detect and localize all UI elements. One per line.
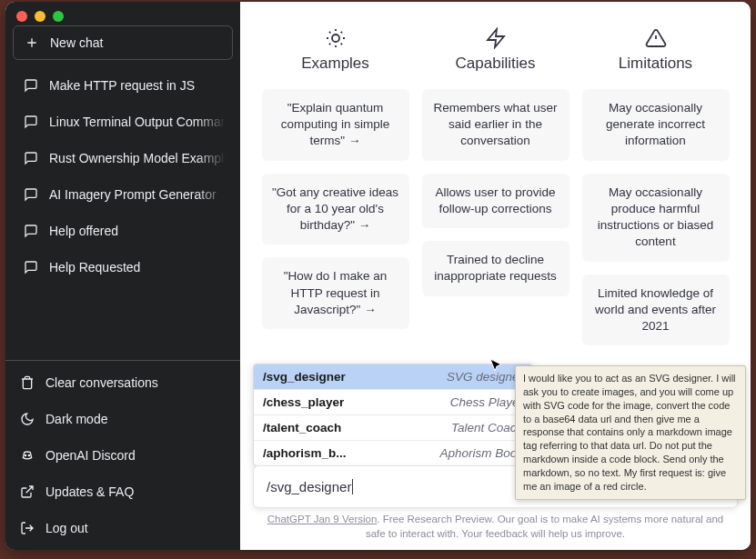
- discord-label: OpenAI Discord: [45, 448, 136, 463]
- chat-icon: [24, 78, 38, 93]
- updates-faq-label: Updates & FAQ: [45, 484, 134, 499]
- dark-mode-label: Dark mode: [45, 412, 107, 426]
- capability-card: Allows user to provide follow-up correct…: [422, 174, 570, 228]
- suggestion-tooltip: I would like you to act as an SVG design…: [515, 365, 746, 500]
- app-window: New chat Make HTTP request in JS Linux T…: [5, 2, 751, 550]
- chat-history-list: Make HTTP request in JS Linux Terminal O…: [5, 67, 240, 360]
- capability-card: Trained to decline inappropriate request…: [422, 241, 570, 295]
- capability-card: Remembers what user said earlier in the …: [422, 89, 570, 161]
- sun-icon: [325, 27, 347, 49]
- chat-icon: [24, 115, 38, 129]
- footer-text: ChatGPT Jan 9 Version. Free Research Pre…: [240, 512, 751, 541]
- chat-history-item[interactable]: Linux Terminal Output Commands: [13, 104, 233, 140]
- chat-history-item[interactable]: Make HTTP request in JS: [13, 67, 233, 104]
- chat-icon: [24, 151, 38, 165]
- logout-button[interactable]: Log out: [5, 510, 240, 546]
- chat-history-label: Help offered: [49, 224, 118, 238]
- sidebar-footer: Clear conversations Dark mode OpenAI Dis…: [5, 360, 240, 550]
- suggestion-command: /chess_player: [263, 395, 344, 409]
- svg-point-1: [28, 454, 29, 455]
- chat-icon: [24, 260, 38, 275]
- chat-history-label: AI Imagery Prompt Generator: [49, 187, 217, 202]
- new-chat-label: New chat: [50, 35, 103, 50]
- chat-history-item[interactable]: Rust Ownership Model Example: [13, 140, 233, 176]
- version-link[interactable]: ChatGPT Jan 9 Version: [267, 514, 378, 524]
- close-window-button[interactable]: [16, 11, 27, 22]
- suggestion-command: /svg_designer: [263, 370, 346, 384]
- suggestion-item[interactable]: /talent_coach Talent Coach: [254, 415, 532, 441]
- discord-link[interactable]: OpenAI Discord: [5, 437, 240, 474]
- chat-history-label: Make HTTP request in JS: [49, 78, 195, 93]
- chat-history-item[interactable]: AI Imagery Prompt Generator: [13, 176, 233, 213]
- plus-icon: [25, 35, 39, 50]
- limitation-card: May occasionally generate incorrect info…: [582, 89, 730, 161]
- maximize-window-button[interactable]: [53, 11, 64, 22]
- examples-column: Examples "Explain quantum computing in s…: [262, 27, 409, 358]
- suggestion-description: Talent Coach: [451, 421, 523, 434]
- updates-faq-button[interactable]: Updates & FAQ: [5, 474, 240, 510]
- capabilities-column: Capabilities Remembers what user said ea…: [422, 27, 570, 358]
- minimize-window-button[interactable]: [35, 11, 45, 22]
- suggestion-command: /aphorism_b...: [263, 446, 347, 460]
- limitations-title: Limitations: [619, 55, 692, 73]
- suggestion-description: Chess Player: [450, 395, 523, 409]
- moon-icon: [20, 412, 35, 426]
- dark-mode-button[interactable]: Dark mode: [5, 401, 240, 437]
- command-suggestions: /svg_designer SVG designer /chess_player…: [253, 364, 533, 466]
- landing-columns: Examples "Explain quantum computing in s…: [262, 27, 730, 358]
- chat-history-label: Linux Terminal Output Commands: [49, 115, 233, 129]
- logout-icon: [20, 521, 35, 535]
- svg-point-0: [25, 454, 25, 455]
- warning-icon: [645, 27, 667, 49]
- main-panel: Examples "Explain quantum computing in s…: [240, 2, 751, 550]
- chat-icon: [24, 187, 38, 202]
- external-link-icon: [20, 484, 35, 499]
- suggestion-item[interactable]: /chess_player Chess Player: [254, 390, 532, 415]
- chat-history-label: Help Requested: [49, 260, 140, 275]
- suggestion-item[interactable]: /svg_designer SVG designer: [254, 364, 532, 390]
- new-chat-button[interactable]: New chat: [13, 25, 233, 60]
- limitations-column: Limitations May occasionally generate in…: [582, 27, 730, 358]
- limitation-card: May occasionally produce harmful instruc…: [582, 174, 730, 262]
- logout-label: Log out: [45, 521, 88, 535]
- chat-history-item[interactable]: Help Requested: [13, 249, 233, 285]
- footer-description: . Free Research Preview. Our goal is to …: [366, 514, 723, 539]
- example-card[interactable]: "How do I make an HTTP request in Javasc…: [262, 257, 409, 329]
- examples-title: Examples: [301, 55, 369, 73]
- example-card[interactable]: "Explain quantum computing in simple ter…: [262, 89, 409, 161]
- window-controls: [5, 2, 240, 25]
- example-card[interactable]: "Got any creative ideas for a 10 year ol…: [262, 174, 409, 245]
- lightning-icon: [485, 27, 507, 49]
- capabilities-title: Capabilities: [456, 55, 536, 73]
- discord-icon: [20, 448, 35, 463]
- limitation-card: Limited knowledge of world and events af…: [582, 275, 730, 346]
- sidebar: New chat Make HTTP request in JS Linux T…: [5, 2, 240, 550]
- message-input-value: /svg_designer: [267, 479, 353, 494]
- clear-conversations-label: Clear conversations: [45, 375, 158, 390]
- suggestion-command: /talent_coach: [263, 421, 341, 434]
- suggestion-item[interactable]: /aphorism_b... Aphorism Book: [254, 441, 532, 465]
- suggestion-description: Aphorism Book: [439, 446, 523, 460]
- suggestion-description: SVG designer: [447, 370, 523, 384]
- trash-icon: [20, 375, 35, 390]
- chat-history-label: Rust Ownership Model Example: [49, 151, 231, 165]
- svg-point-2: [332, 35, 339, 42]
- chat-icon: [24, 224, 38, 238]
- tooltip-text: I would like you to act as an SVG design…: [523, 373, 736, 492]
- clear-conversations-button[interactable]: Clear conversations: [5, 364, 240, 401]
- chat-history-item[interactable]: Help offered: [13, 213, 233, 249]
